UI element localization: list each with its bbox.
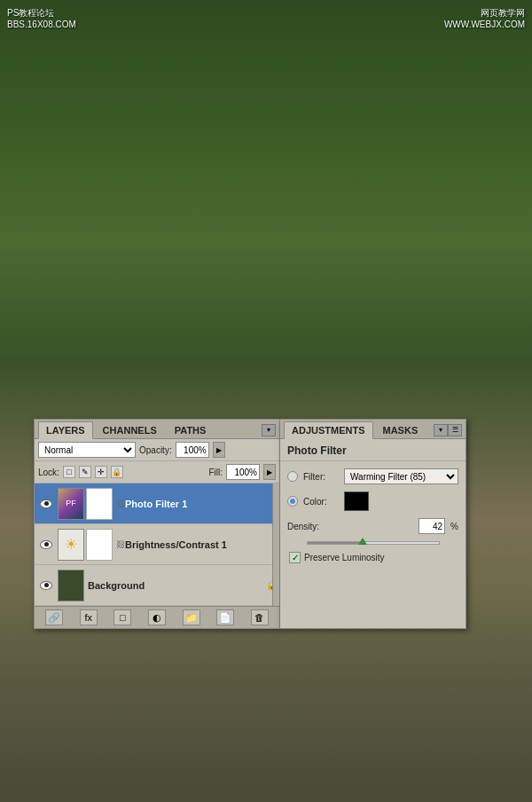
filter-label: Filter: <box>303 472 339 482</box>
layer-visibility-brightness[interactable] <box>38 537 54 553</box>
layer-thumbnails-brightness: ☀ <box>58 529 113 561</box>
adjustments-content: Filter: Warming Filter (85) Color: Densi… <box>280 461 466 570</box>
layer-visibility-background[interactable] <box>38 578 54 594</box>
layer-thumbnails-background <box>58 570 84 602</box>
color-label: Color: <box>303 497 339 507</box>
layer-thumb-mask <box>86 488 113 520</box>
layer-thumb-brightness-mask <box>86 529 113 561</box>
preserve-luminosity-label: Preserve Luminosity <box>304 553 385 562</box>
adjustments-tabs: ADJUSTMENTS MASKS ▾ ☰ <box>280 420 466 439</box>
fx-button[interactable]: fx <box>80 609 98 625</box>
filter-radio[interactable] <box>287 471 298 482</box>
add-mask-button[interactable]: □ <box>113 609 131 625</box>
adjustments-title: Photo Filter <box>280 439 466 461</box>
eye-icon-3 <box>40 581 52 590</box>
layers-panel: LAYERS CHANNELS PATHS ▾ Normal Opacity: … <box>34 419 280 629</box>
preserve-luminosity-checkbox[interactable]: ✓ <box>289 552 301 563</box>
lock-transparency-icon[interactable]: □ <box>63 466 75 478</box>
lock-move-icon[interactable]: ✛ <box>95 466 107 478</box>
lock-row: Lock: □ ✎ ✛ 🔒 Fill: ▶ <box>35 461 279 484</box>
layer-name-background: Background <box>88 580 267 591</box>
new-group-button[interactable]: 📁 <box>183 609 200 625</box>
layer-name-photo-filter: Photo Filter 1 <box>125 499 276 509</box>
density-slider-row <box>287 541 458 545</box>
opacity-input[interactable] <box>176 442 209 458</box>
color-swatch[interactable] <box>344 491 369 511</box>
layer-row-brightness[interactable]: ☀ ⛓ Brightness/Contrast 1 <box>35 524 279 565</box>
layer-thumb-brightness: ☀ <box>58 529 84 561</box>
lock-label: Lock: <box>38 468 59 477</box>
density-input[interactable] <box>419 518 445 534</box>
layers-toolbar: Normal Opacity: ▶ <box>35 439 279 461</box>
layer-thumbnails-photo-filter: PF <box>58 488 113 520</box>
color-row: Color: <box>287 491 458 511</box>
opacity-arrow[interactable]: ▶ <box>213 442 225 458</box>
layer-row-photo-filter[interactable]: PF ⛓ Photo Filter 1 <box>35 484 279 524</box>
layer-thumb-background <box>58 570 84 602</box>
filter-row: Filter: Warming Filter (85) <box>287 468 458 484</box>
eye-icon-2 <box>40 540 52 549</box>
adjustments-panel: ADJUSTMENTS MASKS ▾ ☰ Photo Filter Filte… <box>280 419 466 629</box>
density-row: Density: % <box>287 518 458 534</box>
layers-tabs: LAYERS CHANNELS PATHS ▾ <box>35 420 279 439</box>
layer-link-icon: ⛓ <box>116 495 125 513</box>
new-layer-button[interactable]: 📄 <box>216 609 234 625</box>
panels-container: LAYERS CHANNELS PATHS ▾ Normal Opacity: … <box>34 419 466 629</box>
fill-input[interactable] <box>226 464 260 480</box>
fill-label: Fill: <box>208 468 223 477</box>
tab-paths[interactable]: PATHS <box>167 421 215 438</box>
density-slider-track[interactable] <box>307 541 440 545</box>
tab-channels[interactable]: CHANNELS <box>95 421 165 438</box>
lock-all-icon[interactable]: 🔒 <box>111 466 123 478</box>
tab-masks[interactable]: MASKS <box>375 421 426 438</box>
watermark-top-left: PS教程论坛 BBS.16X08.COM <box>7 7 76 29</box>
layers-list: PF ⛓ Photo Filter 1 ☀ ⛓ <box>35 484 279 606</box>
layer-row-background[interactable]: Background 🔒 <box>35 565 279 606</box>
fill-arrow[interactable]: ▶ <box>263 464 276 480</box>
adjustments-panel-menu[interactable]: ▾ <box>434 424 448 436</box>
density-slider-handle[interactable] <box>358 538 367 545</box>
layers-scrollbar[interactable] <box>272 484 279 606</box>
lock-paint-icon[interactable]: ✎ <box>79 466 91 478</box>
color-radio[interactable] <box>287 496 298 507</box>
layer-name-brightness: Brightness/Contrast 1 <box>125 539 276 550</box>
new-adjustment-button[interactable]: ◐ <box>148 609 166 625</box>
preserve-luminosity-row: ✓ Preserve Luminosity <box>287 552 458 563</box>
filter-select[interactable]: Warming Filter (85) <box>344 468 458 484</box>
density-label: Density: <box>287 522 319 531</box>
layers-bottom-toolbar: 🔗 fx □ ◐ 📁 📄 🗑 <box>35 606 279 628</box>
eye-icon <box>40 499 52 508</box>
layer-link-icon-2: ⛓ <box>116 536 125 554</box>
adjustments-panel-list[interactable]: ☰ <box>448 424 462 436</box>
blend-mode-select[interactable]: Normal <box>38 442 136 458</box>
watermark-top-right: 网页教学网 WWW.WEBJX.COM <box>444 7 525 29</box>
link-layers-button[interactable]: 🔗 <box>45 609 63 625</box>
delete-layer-button[interactable]: 🗑 <box>251 609 269 625</box>
opacity-label: Opacity: <box>139 445 172 455</box>
layers-panel-menu[interactable]: ▾ <box>262 424 276 436</box>
sun-icon: ☀ <box>65 536 77 553</box>
density-unit: % <box>450 522 458 531</box>
layer-visibility-photo-filter[interactable] <box>38 496 54 512</box>
photo-background <box>0 0 532 802</box>
layer-thumb-main: PF <box>58 488 84 520</box>
tab-layers[interactable]: LAYERS <box>38 421 93 439</box>
tab-adjustments[interactable]: ADJUSTMENTS <box>284 421 373 439</box>
